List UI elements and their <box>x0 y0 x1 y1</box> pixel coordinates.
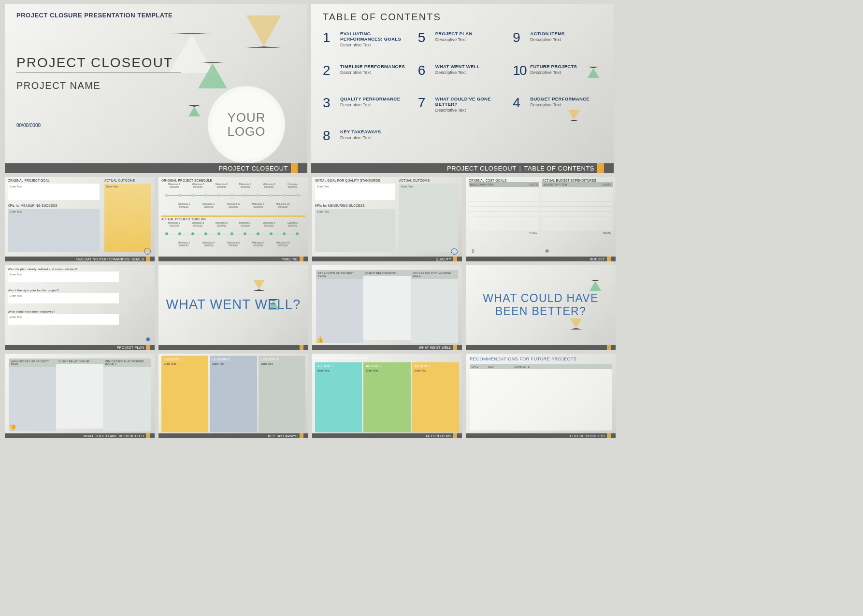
table-row[interactable] <box>542 226 613 230</box>
input-strengths[interactable] <box>316 279 363 343</box>
toc-desc: Descriptive Text <box>340 135 381 140</box>
table-row[interactable] <box>542 211 613 216</box>
footer-text: WHAT WENT WELL <box>418 346 451 349</box>
input-action[interactable]: Enter Text <box>366 369 408 372</box>
col-idea: IDEA <box>486 364 512 369</box>
table-row[interactable] <box>542 221 613 226</box>
slide-takeaways: LESSON 1Enter Text LESSON 2Enter Text LE… <box>158 354 308 438</box>
footer-accent <box>300 257 303 261</box>
actions-heading: STEPS WE CAN TAKE NOW <box>315 356 459 360</box>
three-col: WEAKNESSES OF PROJECT TEAM: CLIENT RELAT… <box>9 358 151 430</box>
action-3[interactable]: ACTION 3Enter Text <box>412 362 459 432</box>
divider-yellow <box>161 215 305 217</box>
toc-title: KEY TAKEAWAYS <box>340 129 381 134</box>
slide-footer: PROJECT PLAN <box>5 345 155 350</box>
toc-desc: Descriptive Text <box>530 37 565 42</box>
footer-text: BUDGET <box>590 258 605 261</box>
input-client[interactable] <box>56 364 103 429</box>
footer-accent <box>146 433 150 438</box>
sprout-icon: ✽ <box>545 248 549 254</box>
slide-wentwell: STRENGTHS OF PROJECT TEAM: CLIENT RELATI… <box>312 265 462 350</box>
input-processes[interactable] <box>411 279 458 343</box>
input-q3[interactable]: Enter Text <box>8 314 119 325</box>
input-weaknesses[interactable] <box>9 367 56 431</box>
table-row[interactable] <box>469 211 539 216</box>
slide-budget: ORIGINAL COST GOALS BUDGETARY ITEMCOSTS … <box>466 177 616 261</box>
table-row[interactable] <box>542 201 613 206</box>
input-processes-poor[interactable] <box>103 367 151 431</box>
input-lesson[interactable]: Enter Text <box>164 362 206 365</box>
input-q1[interactable]: Enter Text <box>8 272 119 282</box>
table-row[interactable] <box>542 197 613 201</box>
toc-item: 1 EVALUATING PERFORMANCES: GOALS Descrip… <box>323 31 414 62</box>
slide-better: WEAKNESSES OF PROJECT TEAM: CLIENT RELAT… <box>5 354 155 438</box>
slide-footer: FUTURE PROJECTS <box>466 433 616 438</box>
input-kpis[interactable]: Enter Text <box>8 209 100 252</box>
triangle-decor <box>188 105 200 116</box>
input-original-goal[interactable]: Enter Text <box>8 184 100 200</box>
footer-text: PROJECT CLOSEOUT <box>218 165 288 172</box>
lesson-1[interactable]: LESSON 1Enter Text <box>161 356 208 432</box>
table-row[interactable] <box>469 221 539 226</box>
slide-footer: QUALITY <box>312 257 462 261</box>
table-row[interactable] <box>469 187 539 192</box>
footer-accent <box>146 257 150 261</box>
budget-goals: ORIGINAL COST GOALS BUDGETARY ITEMCOSTS … <box>469 179 539 255</box>
toc-number: 3 <box>323 96 336 110</box>
table-row[interactable] <box>469 197 539 201</box>
label-expenditures: ACTUAL BUDGET EXPENDITURES <box>542 179 613 182</box>
input-q2[interactable]: Enter Text <box>8 293 119 303</box>
table-row[interactable] <box>469 206 539 211</box>
input-lesson[interactable]: Enter Text <box>212 362 254 365</box>
action-label: ACTION 3 <box>415 364 457 368</box>
section-title: WHAT COULD HAVE BEEN BETTER? <box>466 265 616 344</box>
lesson-3[interactable]: LESSON 3Enter Text <box>259 356 305 432</box>
footer-accent <box>146 345 150 350</box>
triangle-decor <box>198 62 227 88</box>
label-cost-goals: ORIGINAL COST GOALS <box>469 179 539 182</box>
thumbs-up-icon: 👍 <box>316 336 324 343</box>
input-kpis[interactable]: Enter Text <box>315 209 395 252</box>
action-1[interactable]: ACTION 1Enter Text <box>315 362 362 432</box>
input-client[interactable] <box>363 276 411 340</box>
input-lesson[interactable]: Enter Text <box>261 362 303 365</box>
input-outcome[interactable]: Enter Text <box>104 184 151 252</box>
input-action[interactable]: Enter Text <box>415 369 457 372</box>
slide-footer: ACTION ITEMS <box>312 433 462 438</box>
milestone-row-top: Milestone 100/00/00Milestone 300/00/00Mi… <box>161 222 305 227</box>
table-row[interactable] <box>542 192 613 197</box>
input-action[interactable]: Enter Text <box>317 369 360 372</box>
slide-wentwell-title: WHAT WENT WELL? <box>158 265 308 350</box>
input-quality-goal[interactable]: Enter Text <box>315 184 395 200</box>
slide-footer <box>466 345 616 350</box>
toc-number: 10 <box>513 64 526 77</box>
action-2[interactable]: ACTION 2Enter Text <box>363 362 410 432</box>
toc-item: 9 ACTION ITEMS Descriptive Text <box>513 31 604 62</box>
slide-footer: TIMELINE <box>158 257 308 261</box>
footer-text: QUALITY <box>436 258 451 261</box>
table-row[interactable] <box>542 187 613 192</box>
lightbulb-icon: ✺ <box>145 336 151 343</box>
footer-text: TABLE OF CONTENTS <box>524 165 595 172</box>
action-label: ACTION 2 <box>366 364 408 368</box>
table-row[interactable] <box>469 216 539 221</box>
table-row[interactable] <box>469 226 539 230</box>
col-processes: PROCESSES THAT WORKED WELL: <box>411 270 458 279</box>
footer-sep: | <box>519 165 521 172</box>
input-outcome[interactable]: Enter Text <box>399 184 458 252</box>
table-row[interactable] <box>469 201 539 206</box>
slide-footer: PROJECT CLOSEOUT | TABLE OF CONTENTS <box>311 163 614 173</box>
toc-title: TIMELINE PERFORMANCES <box>340 64 405 69</box>
footer-accent <box>597 163 604 173</box>
slide-goals: ORIGINAL PROJECT GOAL Enter Text KPIs fo… <box>5 177 155 261</box>
table-row[interactable] <box>542 216 613 221</box>
col-date: DATE <box>470 364 486 369</box>
col-cost: COSTS <box>595 182 613 187</box>
slide-actions: STEPS WE CAN TAKE NOW ACTION 1Enter Text… <box>312 354 462 438</box>
footer-accent <box>453 257 457 261</box>
future-table-body[interactable] <box>470 369 612 430</box>
toc-number: 8 <box>323 129 336 143</box>
table-row[interactable] <box>542 206 613 211</box>
table-row[interactable] <box>469 192 539 197</box>
lesson-2[interactable]: LESSON 2Enter Text <box>210 356 257 432</box>
